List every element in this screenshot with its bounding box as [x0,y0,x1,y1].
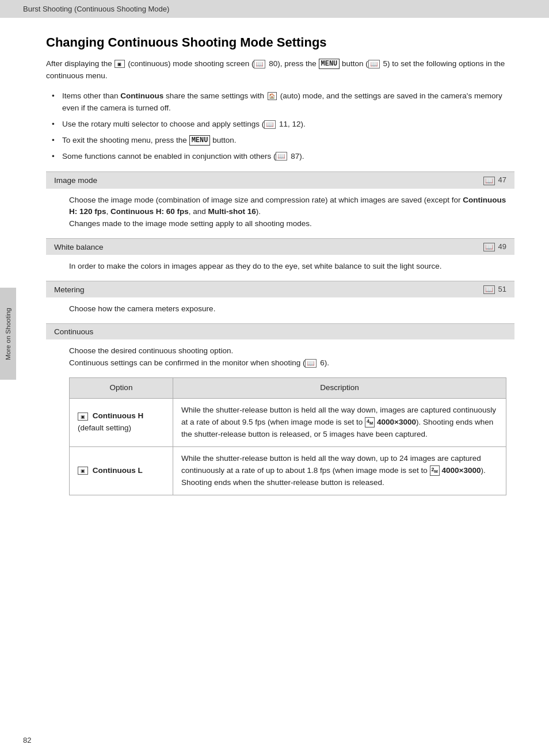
description-cell-continuous-l: While the shutter-release button is held… [173,446,506,495]
ref-icon-49: 📖 [483,243,495,251]
section-title-metering: Metering [54,285,85,294]
intro-paragraph: After displaying the ▣ (continuous) mode… [46,58,514,82]
continuous-bold: Continuous [120,91,163,100]
cont-l-label: Continuous L [93,466,143,475]
table-header-description: Description [173,378,506,399]
multi-shot-label: Multi-shot 16 [208,207,256,216]
2m-icon: 2M [430,465,440,476]
section-body-image-mode: Choose the image mode (combination of im… [46,189,514,239]
side-tab: More on Shooting [0,288,16,380]
section-body-metering: Choose how the camera meters exposure. [46,297,514,323]
section-title-image-mode: Image mode [54,176,97,185]
section-ref-white-balance: 📖 49 [483,242,506,251]
bullet-list: Items other than Continuous share the sa… [52,90,514,163]
section-ref-image-mode: 📖 47 [483,175,506,185]
4000x3000-l-label: 4000×3000 [442,466,481,475]
4000x3000-h-label: 4000×3000 [377,418,416,426]
bullet-item-4: Some functions cannot be enabled in conj… [52,151,514,163]
ref-icon-6: 📖 [305,359,317,368]
table-row-continuous-l: ▣ Continuous L While the shutter-release… [70,446,506,495]
ref-icon-80: 📖 [254,60,265,68]
section-white-balance: White balance 📖 49 [46,238,514,255]
ref-icon-47: 📖 [483,177,495,185]
option-cell-continuous-h: ▣ Continuous H (default setting) [70,399,173,447]
cont-l-icon: ▣ [78,467,88,475]
default-setting-label: (default setting) [78,423,131,432]
options-table: Option Description ▣ Continuous H (defau… [69,377,506,495]
bullet-item-3: To exit the shooting menu, press the MEN… [52,135,514,147]
section-title-continuous: Continuous [54,327,93,336]
section-continuous: Continuous [46,323,514,339]
ref-icon-11-12: 📖 [264,120,276,129]
page-number: 82 [23,736,31,744]
side-tab-label: More on Shooting [5,308,12,360]
section-metering: Metering 📖 51 [46,281,514,297]
continuous-mode-icon: ▣ [115,60,125,68]
ref-icon-51: 📖 [483,285,495,294]
4m-icon: 4M [365,417,375,427]
table-header-option: Option [70,378,173,399]
menu-button-label-2: MENU [189,135,211,146]
table-row-continuous-h: ▣ Continuous H (default setting) While t… [70,399,506,447]
ref-icon-87: 📖 [276,152,287,161]
cont-h-60-label: Continuous H: 60 fps [110,207,189,216]
page-wrapper: Burst Shooting (Continuous Shooting Mode… [0,0,549,756]
cont-h-icon: ▣ [78,413,88,421]
section-title-white-balance: White balance [54,243,104,251]
breadcrumb-text: Burst Shooting (Continuous Shooting Mode… [23,5,169,13]
bullet-item-2: Use the rotary multi selector to choose … [52,119,514,131]
menu-button-label: MENU [319,59,340,69]
breadcrumb: Burst Shooting (Continuous Shooting Mode… [0,0,549,18]
auto-mode-icon: 🏠 [268,92,277,100]
page-title: Changing Continuous Shooting Mode Settin… [46,35,514,50]
section-body-continuous: Choose the desired continuous shooting o… [46,339,514,503]
description-cell-continuous-h: While the shutter-release button is held… [173,399,506,447]
section-ref-metering: 📖 51 [483,285,506,294]
section-image-mode: Image mode 📖 47 [46,171,514,188]
cont-h-label: Continuous H [93,411,143,420]
bullet-item-1: Items other than Continuous share the sa… [52,90,514,114]
section-body-white-balance: In order to make the colors in images ap… [46,255,514,281]
option-cell-continuous-l: ▣ Continuous L [70,446,173,495]
main-content: Changing Continuous Shooting Mode Settin… [0,18,549,526]
ref-icon-5: 📖 [368,60,380,68]
